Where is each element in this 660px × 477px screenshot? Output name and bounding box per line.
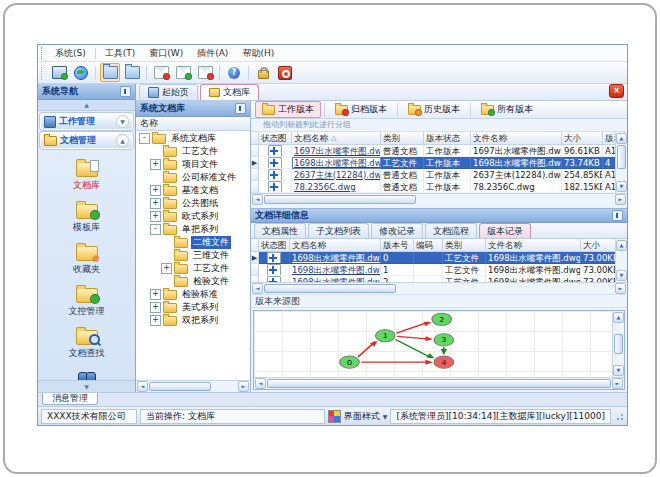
scroll-right-icon[interactable]: ► xyxy=(612,378,623,389)
tree-node[interactable]: +工艺文件 xyxy=(136,145,250,158)
mail-open-button[interactable] xyxy=(173,63,193,82)
scrollbar-thumb[interactable] xyxy=(267,379,611,388)
version-graph-canvas[interactable]: 01234 xyxy=(254,311,612,377)
scroll-right-icon[interactable]: ► xyxy=(238,381,249,392)
chevron-down-icon[interactable]: ▼ xyxy=(116,115,129,128)
detail-tab-3[interactable]: 修改记录 xyxy=(371,223,423,238)
tree-node[interactable]: +公司标准文件 xyxy=(136,171,250,184)
expand-icon[interactable]: + xyxy=(150,185,161,196)
cell-name[interactable]: 78.2356C.dwg xyxy=(292,181,381,193)
sidebar-item-folder-template[interactable]: 模板库 xyxy=(73,201,100,234)
expand-icon[interactable]: + xyxy=(150,211,161,222)
chevron-up-icon[interactable]: ▲ xyxy=(116,134,129,147)
scroll-left-icon[interactable]: ◄ xyxy=(255,378,266,389)
exit-button[interactable] xyxy=(275,63,295,82)
tree-node[interactable]: +项目文件 xyxy=(136,158,250,171)
column-header-7[interactable]: 版本号 xyxy=(603,132,615,145)
globe-button[interactable] xyxy=(71,63,91,82)
mail-delete-button[interactable] xyxy=(195,63,215,82)
graph-node-0[interactable]: 0 xyxy=(340,356,360,368)
sidebar-item-binoculars[interactable]: 文件夹查找 xyxy=(64,369,109,380)
sidebar-item-folder-control[interactable]: 文控管理 xyxy=(69,285,105,318)
scroll-down-icon[interactable]: ▼ xyxy=(616,270,627,281)
detail-tab-5[interactable]: 版本记录 xyxy=(479,223,531,238)
expand-icon[interactable]: + xyxy=(161,263,172,274)
sidebar-scroll-up[interactable]: ▲ xyxy=(38,100,135,111)
tree-node[interactable]: -系统文档库 xyxy=(136,132,250,145)
tree-node[interactable]: +基准文档 xyxy=(136,184,250,197)
table1-horizontal-scrollbar[interactable]: ◄ ► xyxy=(251,193,627,205)
expand-icon[interactable]: + xyxy=(150,302,161,313)
tree-node[interactable]: +检验标准 xyxy=(136,288,250,301)
tree-node[interactable]: +检验文件 xyxy=(136,275,250,288)
document-link[interactable]: 2637主体(12284).dwg xyxy=(294,169,381,181)
graph-node-1[interactable]: 1 xyxy=(376,330,396,342)
table-row[interactable]: ▶1698出水嘴零件图.dwg工艺文件工作版本1698出水嘴零件图.dwg73.… xyxy=(251,157,615,169)
folder-view-button[interactable] xyxy=(122,63,142,82)
tree-node[interactable]: +工艺文件 xyxy=(136,262,250,275)
sidebar-group-document[interactable]: 文档管理 ▲ xyxy=(40,132,133,149)
cell-name[interactable]: 1698出水嘴零件图.dwg xyxy=(292,157,381,169)
expand-icon[interactable]: + xyxy=(150,198,161,209)
collapse-icon[interactable]: - xyxy=(139,133,150,144)
tree-node[interactable]: +二维文件 xyxy=(136,236,250,249)
pin-icon[interactable] xyxy=(612,210,623,221)
document-link[interactable]: 1698出水嘴零件图.dwg xyxy=(292,252,381,264)
menu-item-4[interactable]: 插件(A) xyxy=(190,47,235,60)
column-header-3[interactable]: 类别 xyxy=(381,132,424,145)
scroll-left-icon[interactable]: ◄ xyxy=(252,283,263,294)
column-header-6[interactable]: 大小 xyxy=(562,132,603,145)
menu-item-2[interactable]: 工具(T) xyxy=(98,47,143,60)
expand-icon[interactable]: + xyxy=(150,289,161,300)
table-row[interactable]: 1698出水嘴零件图.dwg1工艺文件1698出水嘴零件图.dwg73.00KB… xyxy=(251,264,615,276)
tree-node[interactable]: +欧式系列 xyxy=(136,210,250,223)
column-header-3[interactable]: 版本号 xyxy=(381,239,414,252)
cell-name[interactable]: 2637主体(12284).dwg xyxy=(292,169,381,181)
resize-grip[interactable] xyxy=(614,411,624,421)
menu-item-1[interactable]: 系统(S) xyxy=(48,47,93,60)
table-row[interactable]: 1697出水嘴零件图.dwg普通文档工作版本1697出水嘴零件图.dwg96.6… xyxy=(251,145,615,157)
detail-tab-2[interactable]: 子文档列表 xyxy=(308,223,369,238)
folder-open-button[interactable] xyxy=(100,63,120,82)
column-header-4[interactable]: 编码 xyxy=(414,239,443,252)
column-header-1[interactable]: 状态图 xyxy=(259,132,292,145)
document-link[interactable]: 78.2356C.dwg xyxy=(294,181,356,193)
scrollbar-thumb[interactable] xyxy=(614,334,623,354)
scroll-down-icon[interactable]: ▼ xyxy=(616,181,627,192)
scroll-down-icon[interactable]: ▼ xyxy=(613,365,624,376)
version-button-1[interactable]: 工作版本 xyxy=(255,101,321,118)
scrollbar-thumb[interactable] xyxy=(617,145,626,169)
menu-drag-handle[interactable] xyxy=(41,47,45,58)
tree-column-header[interactable]: 名称 xyxy=(136,117,250,131)
detail-tab-4[interactable]: 文档流程 xyxy=(425,223,477,238)
column-header-6[interactable]: 文件名称 xyxy=(486,239,581,252)
sidebar-scroll-down[interactable]: ▼ xyxy=(38,380,135,392)
column-header-7[interactable]: 大小 xyxy=(581,239,615,252)
sidebar-item-folder-star[interactable]: ★收藏夹 xyxy=(73,243,100,276)
cell-name[interactable]: 1698出水嘴零件图.dwg xyxy=(290,252,381,264)
tab-document-library[interactable]: 文档库 xyxy=(200,84,259,100)
graph-vertical-scrollbar[interactable]: ▲ ▼ xyxy=(612,311,624,377)
help-button[interactable]: ? xyxy=(224,63,244,82)
lock-button[interactable] xyxy=(253,63,273,82)
document-link[interactable]: 1697出水嘴零件图.dwg xyxy=(294,145,381,157)
column-header-1[interactable]: 状态图 xyxy=(259,239,290,252)
ui-style-dropdown[interactable]: 界面样式 ▼ xyxy=(328,410,388,423)
tree-node[interactable]: +美式系列 xyxy=(136,301,250,314)
screen-button[interactable] xyxy=(49,63,69,82)
column-header-2[interactable]: 文档名称 xyxy=(290,239,381,252)
scroll-up-icon[interactable]: ▲ xyxy=(616,133,627,144)
scrollbar-thumb[interactable] xyxy=(149,382,211,391)
column-header-4[interactable]: 版本状态 xyxy=(424,132,471,145)
column-header-5[interactable]: 文件名称 xyxy=(471,132,562,145)
scrollbar-thumb[interactable] xyxy=(264,284,396,293)
sidebar-item-search-doc[interactable]: 文档查找 xyxy=(69,327,105,360)
menu-item-3[interactable]: 窗口(W) xyxy=(142,47,190,60)
graph-horizontal-scrollbar[interactable]: ◄ ► xyxy=(254,377,624,389)
tree-node[interactable]: +公共图纸 xyxy=(136,197,250,210)
tree-horizontal-scrollbar[interactable]: ◄ ► xyxy=(136,380,250,392)
table2-horizontal-scrollbar[interactable]: ◄ ► xyxy=(251,282,627,294)
tree-node[interactable]: -单把系列 xyxy=(136,223,250,236)
table-row[interactable]: 78.2356C.dwg普通文档工作版本78.2356C.dwg182.15KB… xyxy=(251,181,615,193)
pin-icon[interactable] xyxy=(235,103,246,114)
